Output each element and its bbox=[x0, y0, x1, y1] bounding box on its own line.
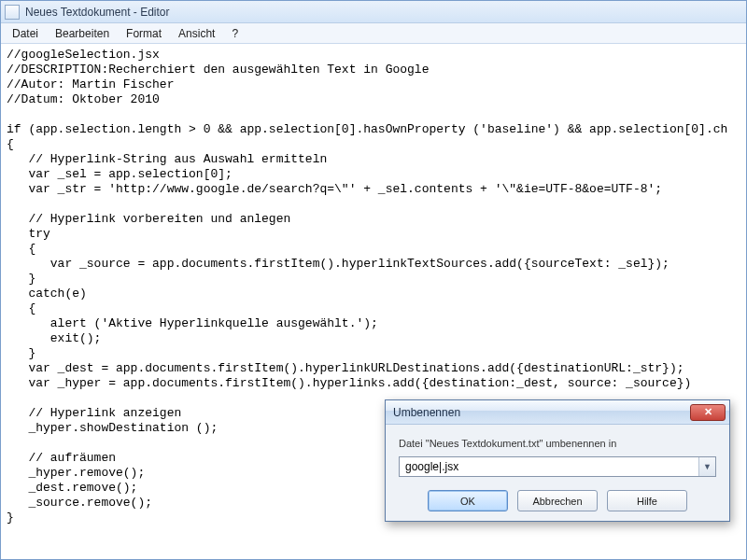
chevron-down-icon[interactable]: ▼ bbox=[698, 457, 715, 476]
menubar: Datei Bearbeiten Format Ansicht ? bbox=[1, 23, 746, 44]
window-title: Neues Textdokument - Editor bbox=[25, 6, 170, 19]
dialog-title: Umbenennen bbox=[393, 406, 690, 419]
close-icon: ✕ bbox=[704, 406, 712, 418]
menu-help[interactable]: ? bbox=[224, 25, 246, 42]
filename-combo[interactable]: ▼ bbox=[399, 456, 716, 477]
cancel-button[interactable]: Abbrechen bbox=[517, 490, 598, 511]
app-icon bbox=[5, 5, 20, 20]
help-button[interactable]: Hilfe bbox=[607, 490, 687, 511]
menu-format[interactable]: Format bbox=[119, 25, 169, 42]
rename-prompt: Datei "Neues Textdokument.txt" umbenenne… bbox=[399, 438, 716, 449]
menu-edit[interactable]: Bearbeiten bbox=[48, 25, 117, 42]
dialog-body: Datei "Neues Textdokument.txt" umbenenne… bbox=[386, 425, 729, 521]
menu-view[interactable]: Ansicht bbox=[171, 25, 222, 42]
ok-button[interactable]: OK bbox=[428, 490, 508, 511]
menu-file[interactable]: Datei bbox=[5, 25, 46, 42]
dialog-titlebar: Umbenennen ✕ bbox=[386, 400, 729, 425]
dialog-buttons: OK Abbrechen Hilfe bbox=[399, 490, 716, 511]
filename-input[interactable] bbox=[400, 457, 698, 476]
titlebar: Neues Textdokument - Editor bbox=[1, 1, 746, 23]
close-button[interactable]: ✕ bbox=[690, 404, 726, 421]
rename-dialog: Umbenennen ✕ Datei "Neues Textdokument.t… bbox=[385, 399, 730, 522]
